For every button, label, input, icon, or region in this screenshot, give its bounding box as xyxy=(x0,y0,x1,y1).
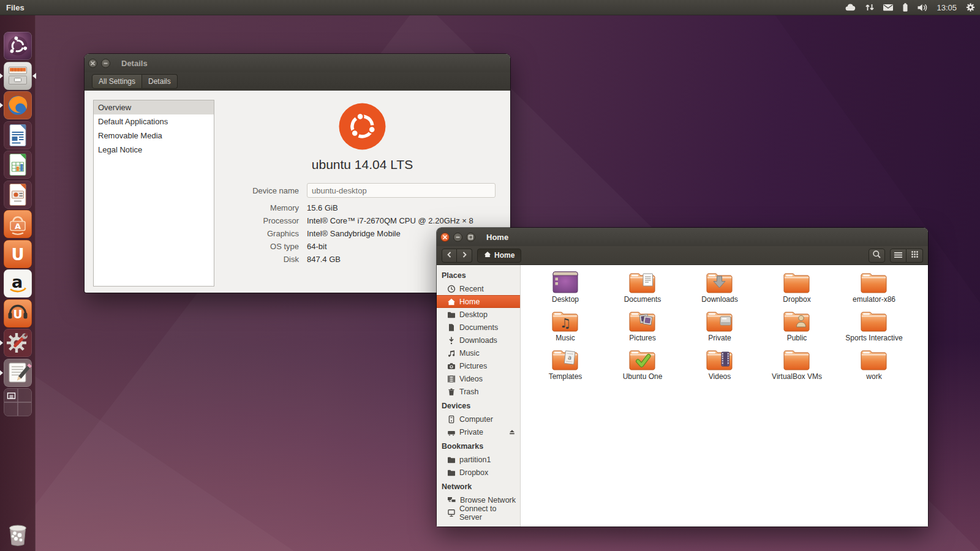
sidebar-item-partition1[interactable]: partition1 xyxy=(437,453,520,466)
sidebar-item-downloads[interactable]: Downloads xyxy=(437,334,520,347)
window-title: Details xyxy=(121,59,148,68)
minimize-button[interactable] xyxy=(101,59,110,68)
home-titlebar[interactable]: Home xyxy=(437,228,928,246)
close-button[interactable] xyxy=(440,233,450,242)
trash-icon xyxy=(447,388,456,396)
clock-icon xyxy=(447,285,456,293)
details-nav-list: Overview Default Applications Removable … xyxy=(93,100,214,287)
sidebar-item-documents[interactable]: Documents xyxy=(437,321,520,334)
file-label: Templates xyxy=(549,372,582,381)
minimize-button[interactable] xyxy=(453,233,462,242)
list-view-button[interactable] xyxy=(890,249,907,263)
file-item-emulator-x86[interactable]: emulator-x86 xyxy=(835,270,913,309)
battery-icon[interactable] xyxy=(902,2,909,12)
file-item-desktop[interactable]: Desktop xyxy=(527,270,604,309)
sidebar-item-private[interactable]: Private xyxy=(437,425,520,438)
launcher-item-settings[interactable] xyxy=(4,329,32,357)
folder-icon xyxy=(783,270,811,294)
file-item-pictures[interactable]: Pictures xyxy=(604,309,681,347)
sidebar-item-pictures[interactable]: Pictures xyxy=(437,359,520,372)
launcher-item-calc[interactable] xyxy=(4,151,32,179)
sidebar-item-videos[interactable]: Videos xyxy=(437,372,520,385)
appmenu-label[interactable]: Files xyxy=(6,3,24,12)
launcher-item-music[interactable]: U xyxy=(4,299,32,328)
device-name-label: Device name xyxy=(221,186,299,195)
sidebar-item-label: Recent xyxy=(459,285,484,293)
file-item-ubuntu-one[interactable]: Ubuntu One xyxy=(604,347,681,386)
launcher-item-amazon[interactable]: a xyxy=(4,269,32,298)
folder-icon xyxy=(447,310,456,319)
close-button[interactable] xyxy=(88,59,97,68)
sidebar-item-recent[interactable]: Recent xyxy=(437,282,520,295)
launcher-item-impress[interactable] xyxy=(4,181,32,209)
file-label: Downloads xyxy=(701,295,737,304)
sidebar-item-label: Connect to Server xyxy=(459,504,520,522)
network-sync-icon[interactable] xyxy=(865,2,875,12)
workspace-switcher-icon xyxy=(4,388,32,416)
home-icon xyxy=(447,298,456,306)
search-button[interactable] xyxy=(869,249,885,263)
all-settings-button[interactable]: All Settings xyxy=(92,74,142,89)
file-item-work[interactable]: work xyxy=(835,347,913,386)
eject-icon[interactable] xyxy=(508,429,516,436)
nav-item-default-applications[interactable]: Default Applications xyxy=(94,114,214,129)
nav-item-removable-media[interactable]: Removable Media xyxy=(94,129,214,143)
nav-item-legal-notice[interactable]: Legal Notice xyxy=(94,143,214,157)
grid-view-button[interactable] xyxy=(907,249,923,263)
file-item-dropbox[interactable]: Dropbox xyxy=(758,270,835,309)
file-item-documents[interactable]: Documents xyxy=(604,270,681,309)
field-label: OS type xyxy=(221,242,299,251)
clock-label[interactable]: 13:05 xyxy=(937,3,957,12)
sidebar-item-dropbox[interactable]: Dropbox xyxy=(437,466,520,479)
file-item-videos[interactable]: Videos xyxy=(681,347,758,386)
launcher-item-files[interactable] xyxy=(4,62,32,90)
svg-text:U: U xyxy=(11,246,24,264)
launcher-item-gedit[interactable] xyxy=(4,359,32,387)
forward-button[interactable] xyxy=(457,249,472,263)
sidebar-item-desktop[interactable]: Desktop xyxy=(437,308,520,321)
maximize-button[interactable] xyxy=(466,233,475,242)
session-gear-icon[interactable] xyxy=(965,2,976,12)
sidebar-item-computer[interactable]: Computer xyxy=(437,413,520,425)
ubuntu-one-cloud-icon[interactable] xyxy=(845,2,857,12)
back-button[interactable] xyxy=(442,249,457,263)
field-value: 64-bit xyxy=(307,242,327,251)
volume-icon[interactable] xyxy=(917,3,929,12)
file-item-downloads[interactable]: Downloads xyxy=(681,270,758,309)
ubuntu-one-icon: U xyxy=(4,240,32,268)
sidebar-item-music[interactable]: Music xyxy=(437,347,520,359)
launcher-item-workspaces[interactable] xyxy=(4,388,32,416)
details-crumb-button[interactable]: Details xyxy=(142,74,178,89)
ubuntu-dash-icon xyxy=(4,32,32,60)
document-icon xyxy=(447,323,456,332)
launcher-item-software-center[interactable]: A xyxy=(4,210,32,238)
file-item-templates[interactable]: aTemplates xyxy=(527,347,604,386)
downloads-folder-icon xyxy=(706,270,734,294)
folder-icon xyxy=(447,455,456,464)
file-item-private[interactable]: Private xyxy=(681,309,758,347)
file-item-virtualbox-vms[interactable]: VirtualBox VMs xyxy=(758,347,835,386)
download-icon xyxy=(447,336,456,345)
sidebar-item-connect-server[interactable]: Connect to Server xyxy=(437,506,520,519)
firefox-icon xyxy=(4,91,32,119)
sidebar-item-home[interactable]: Home xyxy=(437,295,520,308)
file-item-public[interactable]: Public xyxy=(758,309,835,347)
messages-envelope-icon[interactable] xyxy=(883,3,894,12)
sidebar-item-trash[interactable]: Trash xyxy=(437,385,520,398)
launcher-item-firefox[interactable] xyxy=(4,91,32,119)
sidebar-item-label: Computer xyxy=(459,415,493,424)
ubuntu-one-folder-icon xyxy=(628,347,657,372)
launcher-item-ubuntu-one[interactable]: U xyxy=(4,240,32,268)
launcher-item-trash[interactable] xyxy=(4,520,32,549)
file-item-music[interactable]: ♫Music xyxy=(527,309,604,347)
sidebar-item-label: Private xyxy=(459,428,483,437)
details-titlebar[interactable]: Details xyxy=(85,54,510,72)
nav-item-overview[interactable]: Overview xyxy=(94,100,214,114)
launcher-item-writer[interactable] xyxy=(4,121,32,149)
sidebar-item-label: Pictures xyxy=(459,362,487,370)
device-name-input[interactable] xyxy=(307,183,496,198)
launcher-item-dash[interactable] xyxy=(4,32,32,60)
file-item-sports-interactive[interactable]: Sports Interactive xyxy=(835,309,913,347)
breadcrumb-home-button[interactable]: Home xyxy=(477,249,521,263)
settings-breadcrumb-bar: All Settings Details xyxy=(85,72,510,91)
